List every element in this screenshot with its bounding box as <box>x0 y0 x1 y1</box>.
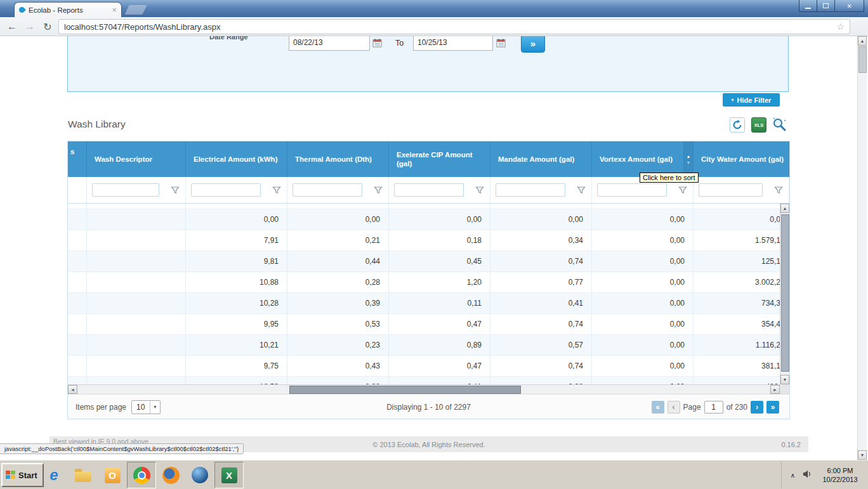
filter-input-electrical[interactable] <box>191 183 261 197</box>
filter-funnel-icon[interactable] <box>171 186 180 195</box>
table-row[interactable]: 9,950,530,470,740,00354,4 <box>68 314 789 335</box>
table-row[interactable]: 10,280,390,110,410,00734,3 <box>68 293 789 314</box>
taskbar-clock[interactable]: 6:00 PM 10/22/2013 <box>817 466 863 484</box>
filter-funnel-icon[interactable] <box>678 186 687 195</box>
column-header-col0[interactable]: s <box>68 141 87 177</box>
cell-exelerate: 0,45 <box>389 251 490 271</box>
cell-city_water: 492, <box>694 377 789 384</box>
filter-input-thermal[interactable] <box>293 183 362 197</box>
tray-chevron-icon[interactable]: ∧ <box>788 471 798 480</box>
filter-cell-city_water <box>694 177 789 203</box>
apply-filter-button[interactable]: » <box>521 36 545 53</box>
browser-tab[interactable]: Ecolab - Reports × <box>14 2 122 17</box>
filter-funnel-icon[interactable] <box>577 186 586 195</box>
table-row[interactable]: 9,810,440,450,740,00125,1 <box>68 251 789 272</box>
scroll-down-button[interactable]: ▼ <box>780 375 789 384</box>
scroll-left-button[interactable]: ◄ <box>68 385 77 394</box>
table-row[interactable]: 10,880,281,200,770,003.002,2 <box>68 272 789 293</box>
scroll-up-button[interactable]: ▲ <box>780 204 789 213</box>
refresh-button[interactable] <box>730 117 745 133</box>
export-xls-button[interactable]: XLS <box>751 117 766 133</box>
cell-thermal: 0,28 <box>287 272 389 292</box>
calendar-icon[interactable] <box>496 38 506 48</box>
cell-electrical: 9,75 <box>186 356 287 376</box>
filter-input-vortexx[interactable] <box>597 183 667 197</box>
column-header-vortexx[interactable]: Vortexx Amount (gal)▲▼ <box>592 141 694 177</box>
hide-filter-button[interactable]: ▾ Hide Filter <box>723 93 780 107</box>
calendar-icon[interactable] <box>372 38 382 48</box>
sort-control[interactable]: ▲▼ <box>683 141 693 177</box>
scroll-down-button[interactable]: ▼ <box>858 450 867 460</box>
system-tray: ∧ 6:00 PM 10/22/2013 <box>781 462 868 488</box>
cell-exelerate: 0,47 <box>389 314 490 334</box>
column-header-exelerate[interactable]: Exelerate CIP Amount (gal) <box>389 141 490 177</box>
horizontal-scroll-thumb[interactable] <box>289 386 521 394</box>
column-header-thermal[interactable]: Thermal Amount (Dth) <box>287 141 389 177</box>
filter-funnel-icon[interactable] <box>272 186 281 195</box>
close-button[interactable]: × <box>835 0 864 12</box>
cell-descriptor <box>87 272 186 292</box>
file-explorer-icon[interactable] <box>69 462 98 488</box>
filter-funnel-icon[interactable] <box>475 186 484 195</box>
filter-input-mandate[interactable] <box>496 183 565 197</box>
filter-funnel-icon[interactable] <box>774 186 783 195</box>
address-bar[interactable]: localhost:57047/Reports/WashLibrary.aspx… <box>58 19 850 34</box>
cell-thermal: 0,39 <box>287 377 389 384</box>
table-row[interactable]: 9,750,430,470,740,00381,1 <box>68 356 789 377</box>
items-per-page-value: 10 <box>132 403 150 412</box>
back-button[interactable]: ← <box>4 19 20 34</box>
filter-funnel-icon[interactable] <box>374 186 383 195</box>
column-header-city_water[interactable]: City Water Amount (gal) <box>694 141 789 177</box>
cell-mandate <box>490 204 592 209</box>
filter-input-descriptor[interactable] <box>92 183 159 197</box>
bookmark-star-icon[interactable]: ☆ <box>836 22 845 32</box>
next-page-button[interactable]: › <box>751 401 763 414</box>
date-from-input[interactable] <box>289 36 370 51</box>
reload-button[interactable]: ↻ <box>39 19 56 34</box>
internet-explorer-icon[interactable]: e <box>39 462 69 488</box>
advanced-search-button[interactable] <box>770 115 788 133</box>
scroll-right-button[interactable]: ► <box>770 385 780 394</box>
filter-input-exelerate[interactable] <box>394 183 464 197</box>
maximize-button[interactable] <box>817 0 835 12</box>
column-header-label: Wash Descriptor <box>95 155 152 164</box>
total-pages-label: of 230 <box>727 403 747 412</box>
firefox-icon[interactable] <box>156 462 185 488</box>
blue-app-icon[interactable] <box>185 462 214 488</box>
filter-input-city_water[interactable] <box>699 183 763 197</box>
table-row[interactable]: 7,910,210,180,340,001.579,1 <box>68 230 789 251</box>
first-page-button[interactable]: « <box>652 401 664 414</box>
last-page-button[interactable]: » <box>766 401 779 414</box>
tab-close-icon[interactable]: × <box>112 6 117 14</box>
column-header-electrical[interactable]: Electrical Amount (kWh) <box>186 141 287 177</box>
column-header-descriptor[interactable]: Wash Descriptor <box>87 141 186 177</box>
new-tab-button[interactable] <box>125 5 147 15</box>
minimize-button[interactable] <box>799 0 817 12</box>
scroll-up-button[interactable]: ▲ <box>858 36 867 46</box>
cell-col0 <box>68 293 87 313</box>
table-row[interactable]: 10,500,390,110,380,00492, <box>68 377 789 384</box>
items-per-page-select[interactable]: 10 ▼ <box>131 400 161 414</box>
date-to-input[interactable] <box>413 36 493 51</box>
forward-button[interactable]: → <box>22 19 38 34</box>
page-viewport: Date Range To <box>0 36 868 460</box>
grid-header-row: sWash DescriptorElectrical Amount (kWh)T… <box>68 141 789 177</box>
browser-scrollbar[interactable]: ▲ ▼ <box>857 36 867 460</box>
chrome-icon[interactable] <box>127 462 156 488</box>
browser-scroll-thumb[interactable] <box>858 46 867 73</box>
grid-vertical-scrollbar[interactable]: ▲ ▼ <box>780 204 789 384</box>
table-row[interactable]: 10,210,230,890,570,001.116,2 <box>68 335 789 356</box>
cell-city_water: 125,1 <box>694 251 789 271</box>
close-icon: × <box>847 1 852 11</box>
outlook-icon[interactable]: O <box>98 462 127 488</box>
grid-horizontal-scrollbar[interactable]: ◄ ► <box>68 384 780 394</box>
excel-icon[interactable]: X <box>214 462 244 488</box>
start-button[interactable]: Start <box>1 463 44 487</box>
page-number-input[interactable] <box>704 401 723 414</box>
table-row[interactable]: 0,000,000,000,000,000,0 <box>68 209 789 230</box>
column-header-mandate[interactable]: Mandate Amount (gal) <box>490 141 592 177</box>
cell-descriptor <box>87 230 186 251</box>
speaker-icon[interactable] <box>803 469 812 481</box>
previous-page-button[interactable]: ‹ <box>667 401 680 414</box>
vertical-scroll-thumb[interactable] <box>781 214 789 372</box>
